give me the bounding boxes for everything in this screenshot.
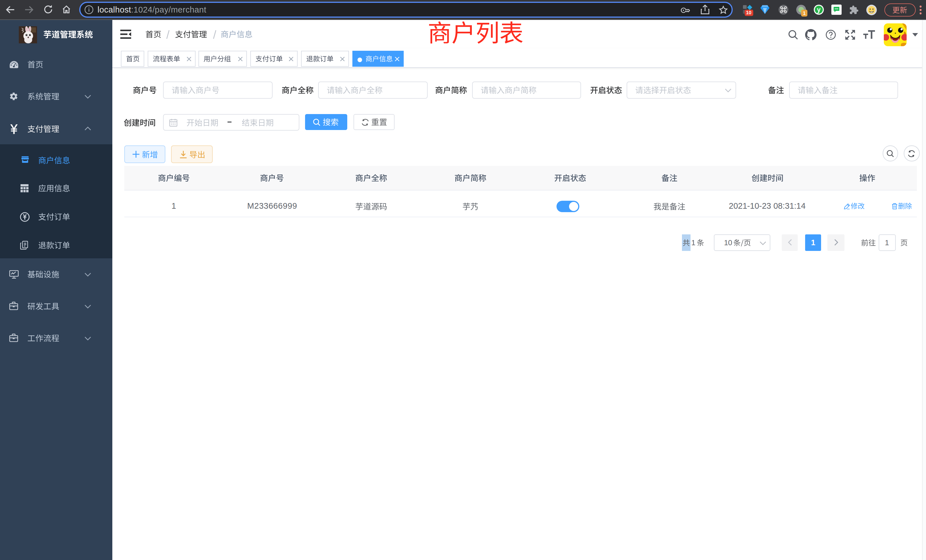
svg-text:y: y <box>817 6 821 14</box>
